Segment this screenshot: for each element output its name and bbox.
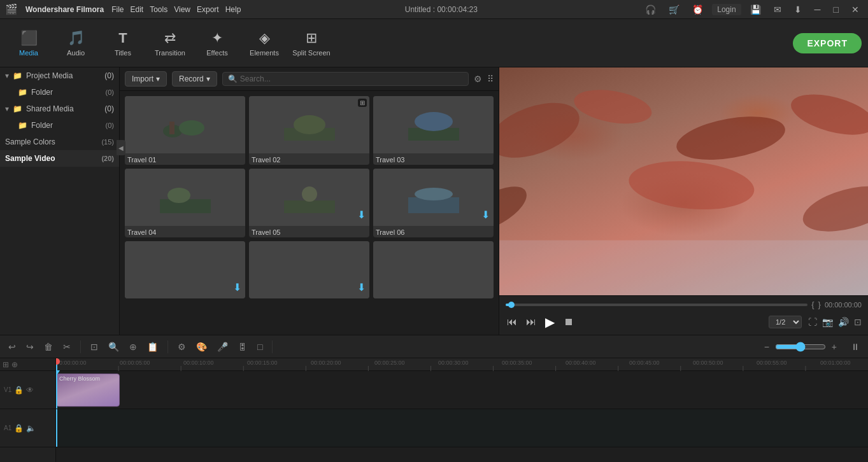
effects-label: Effects bbox=[206, 49, 227, 57]
preview-video bbox=[499, 67, 868, 295]
settings-button[interactable]: ⚙ bbox=[174, 340, 189, 354]
progress-handle[interactable] bbox=[508, 302, 515, 308]
import-button[interactable]: Import ▾ bbox=[125, 71, 167, 87]
zoom-fit-button[interactable]: 🔍 bbox=[105, 340, 122, 354]
splitscreen-icon: ⊞ bbox=[306, 30, 317, 46]
lock-icon[interactable]: 🔒 bbox=[14, 386, 24, 395]
shield-icon[interactable]: 🎨 bbox=[193, 340, 210, 354]
menu-file[interactable]: File bbox=[111, 5, 124, 14]
caption-icon[interactable]: □ bbox=[254, 340, 266, 354]
mic-icon[interactable]: 🎤 bbox=[214, 340, 231, 354]
maximize-button[interactable]: □ bbox=[830, 3, 843, 16]
step-back-button[interactable]: ⏮ bbox=[506, 315, 518, 329]
sidebar-item-sample-video[interactable]: Sample Video (20) bbox=[0, 150, 119, 167]
record-button[interactable]: Record ▾ bbox=[172, 71, 217, 87]
mute-icon[interactable]: 🔈 bbox=[26, 424, 36, 433]
media-thumb-travel04[interactable]: Travel 04 bbox=[125, 169, 245, 237]
export-button[interactable]: EXPORT bbox=[793, 33, 862, 53]
svg-rect-2 bbox=[169, 122, 174, 134]
sidebar-item-project-folder[interactable]: 📁 Folder (0) bbox=[13, 84, 119, 101]
snapshot-icon[interactable]: 📷 bbox=[822, 317, 833, 327]
sidebar-section-project-media[interactable]: ▾ 📁 Project Media (0) bbox=[0, 67, 119, 84]
time-display: 00:00:00:00 bbox=[825, 301, 862, 309]
pause-timeline-button[interactable]: ⏸ bbox=[848, 340, 863, 354]
shared-media-label: Shared Media bbox=[26, 104, 74, 113]
sidebar-collapse-btn[interactable]: ◀ bbox=[117, 140, 120, 155]
grid-view-icon[interactable]: ⠿ bbox=[487, 74, 494, 84]
thumb-img-travel01 bbox=[125, 96, 245, 153]
media-thumb-travel03[interactable]: Travel 03 bbox=[373, 96, 494, 165]
undo-button[interactable]: ↩ bbox=[5, 340, 19, 354]
bracket-close: } bbox=[818, 300, 821, 309]
media-thumb-travel02[interactable]: ⊞ Travel 02 bbox=[249, 96, 369, 165]
sidebar-section-shared-media[interactable]: ▾ 📁 Shared Media (0) bbox=[0, 101, 119, 117]
stop-button[interactable]: ⏹ bbox=[562, 315, 575, 329]
redo-button[interactable]: ↪ bbox=[23, 340, 37, 354]
menu-help[interactable]: Help bbox=[225, 5, 241, 14]
sidebar-item-sample-colors[interactable]: Sample Colors (15) bbox=[0, 134, 119, 150]
ruler-mark-9: 00:00:45:00 bbox=[629, 360, 660, 366]
toolbar-item-splitscreen[interactable]: ⊞ Split Screen bbox=[289, 23, 334, 64]
media-thumb-travel09[interactable] bbox=[373, 241, 494, 298]
menu-view[interactable]: View bbox=[174, 5, 190, 14]
search-input[interactable] bbox=[240, 74, 463, 83]
menu-tools[interactable]: Tools bbox=[150, 5, 167, 14]
filter-icon[interactable]: ⚙ bbox=[474, 74, 482, 84]
zoom-in-button[interactable]: + bbox=[829, 340, 840, 354]
media-thumb-travel08[interactable]: ⬇ bbox=[249, 241, 369, 298]
separator3 bbox=[272, 340, 273, 353]
menu-export[interactable]: Export bbox=[197, 5, 219, 14]
import-label: Import bbox=[132, 74, 153, 83]
eye-icon[interactable]: 👁 bbox=[26, 386, 34, 395]
delete-button[interactable]: 🗑 bbox=[41, 340, 56, 354]
toolbar-item-effects[interactable]: ✦ Effects bbox=[195, 23, 239, 64]
save-icon[interactable]: 💾 bbox=[746, 3, 765, 16]
toolbar-item-titles[interactable]: T Titles bbox=[101, 23, 145, 64]
media-thumb-travel07[interactable]: ⬇ bbox=[125, 241, 245, 298]
zoom-out-button[interactable]: − bbox=[761, 340, 772, 354]
thumb-img-travel02: ⊞ bbox=[249, 96, 369, 153]
frame-back-button[interactable]: ⏭ bbox=[525, 315, 537, 329]
menu-edit[interactable]: Edit bbox=[130, 5, 143, 14]
transition-label: Transition bbox=[155, 49, 185, 57]
media-thumb-travel06[interactable]: ⬇ Travel 06 bbox=[373, 169, 494, 237]
audio-mix-icon[interactable]: 🎛 bbox=[235, 340, 250, 354]
progress-bar[interactable] bbox=[506, 304, 808, 306]
travel06-label: Travel 06 bbox=[373, 226, 494, 237]
toolbar-item-transition[interactable]: ⇄ Transition bbox=[148, 23, 192, 64]
close-button[interactable]: ✕ bbox=[848, 3, 863, 16]
timeline-content: 00:00:00:00 00:00:05:00 00:00:10:00 00:0… bbox=[56, 358, 868, 462]
mail-icon[interactable]: ✉ bbox=[770, 3, 785, 16]
playhead-triangle bbox=[56, 370, 60, 375]
login-button[interactable]: Login bbox=[712, 4, 741, 15]
chevron-down-icon: ▾ bbox=[5, 104, 9, 113]
media-thumb-travel05[interactable]: ⬇ Travel 05 bbox=[249, 169, 369, 237]
play-button[interactable]: ▶ bbox=[544, 313, 556, 331]
quality-select[interactable]: 1/2 1/4 Full bbox=[769, 316, 802, 328]
zoom-slider[interactable] bbox=[775, 342, 826, 352]
volume-icon[interactable]: 🔊 bbox=[838, 317, 849, 327]
crop-icon[interactable]: ⊡ bbox=[854, 317, 862, 327]
ruler-mark-10: 00:00:50:00 bbox=[693, 360, 723, 366]
sidebar-item-shared-folder[interactable]: 📁 Folder (0) bbox=[13, 117, 119, 134]
clock-icon[interactable]: ⏰ bbox=[688, 3, 707, 16]
toolbar-item-audio[interactable]: 🎵 Audio bbox=[53, 23, 98, 64]
download-icon[interactable]: ⬇ bbox=[790, 3, 806, 16]
cart-icon[interactable]: 🛒 bbox=[665, 3, 683, 16]
add-audio-track-button[interactable]: ⊕ bbox=[11, 360, 18, 369]
crop-button[interactable]: ⊡ bbox=[87, 340, 101, 354]
toolbar-item-elements[interactable]: ◈ Elements bbox=[242, 23, 287, 64]
ruler-mark-2: 00:00:10:00 bbox=[183, 360, 214, 366]
project-media-label: Project Media bbox=[26, 71, 73, 80]
fullscreen-icon[interactable]: ⛶ bbox=[808, 317, 817, 327]
media-thumb-travel01[interactable]: Travel 01 bbox=[125, 96, 245, 165]
speed-button[interactable]: 📋 bbox=[144, 340, 161, 354]
minimize-button[interactable]: ─ bbox=[811, 3, 825, 16]
timeline-clip-cherry-blossom[interactable]: Cherry Blossom bbox=[56, 374, 120, 407]
toolbar-item-media[interactable]: ⬛ Media bbox=[6, 23, 51, 64]
add-marker-button[interactable]: ⊕ bbox=[126, 340, 140, 354]
headset-icon[interactable]: 🎧 bbox=[641, 3, 660, 16]
cut-button[interactable]: ✂ bbox=[60, 340, 74, 354]
lock-icon-a1[interactable]: 🔒 bbox=[14, 424, 24, 433]
add-video-track-button[interactable]: ⊞ bbox=[3, 360, 9, 369]
